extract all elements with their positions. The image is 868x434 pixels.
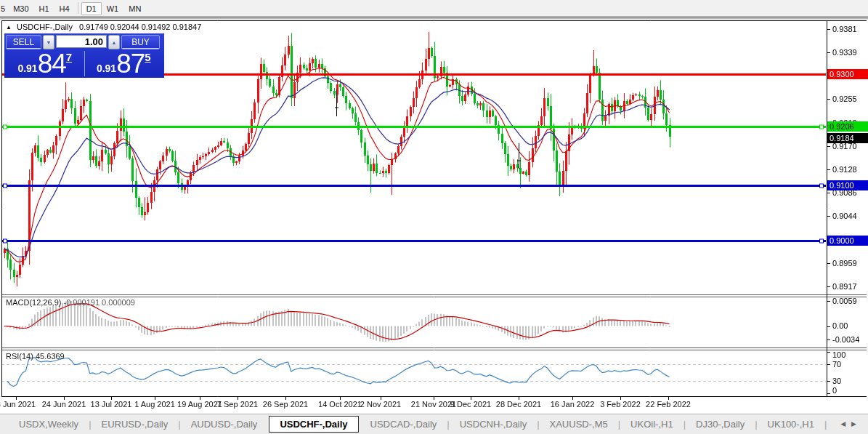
macd-axis-label: 0.00 xyxy=(832,321,848,330)
chart-tab-usdcnh-daily[interactable]: USDCNH-,Daily xyxy=(451,416,535,433)
chevron-down-icon: ▼ xyxy=(46,40,52,45)
current-bid-price-label: 0.9184 xyxy=(827,133,868,143)
chart-tab-usdchf-daily[interactable]: USDCHF-,Daily xyxy=(269,416,358,433)
tab-separator: | xyxy=(617,419,622,430)
rsi-value: 45.6369 xyxy=(36,352,65,361)
timeframe-button-h4[interactable]: H4 xyxy=(54,2,75,15)
timeframe-button-w1[interactable]: W1 xyxy=(102,2,124,15)
tab-separator: | xyxy=(535,419,540,430)
macd-axis-label: -0.0034 xyxy=(832,335,859,344)
tab-separator: | xyxy=(177,419,182,430)
buy-button[interactable]: BUY xyxy=(121,35,160,49)
price-tick-label: 0.9339 xyxy=(832,48,857,57)
tab-scroll-left-icon: ◀ xyxy=(840,420,851,427)
rsi-axis-label: 100 xyxy=(832,350,845,359)
tab-separator: | xyxy=(753,419,758,430)
buy-price-pip-digit: 5 xyxy=(145,51,150,78)
date-tick-label: 24 Jun 2021 xyxy=(42,400,86,409)
chart-tab-xauusd-m5[interactable]: XAUUSD-,M5 xyxy=(541,416,617,433)
date-tick-label: 21 Nov 2021 xyxy=(411,400,456,409)
chart-tab-ukoil-h1[interactable]: UKOil-,H1 xyxy=(622,416,682,433)
timeframe-button-d1[interactable]: D1 xyxy=(81,2,102,15)
price-tick-label: 0.9128 xyxy=(832,165,857,174)
date-tick-label: 7 Sep 2021 xyxy=(217,400,258,409)
date-tick-label: 9 Dec 2021 xyxy=(450,400,491,409)
rsi-axis-label: 30 xyxy=(832,377,841,385)
volume-input[interactable] xyxy=(56,35,107,48)
tab-scroll-arrows[interactable]: ◀▶ xyxy=(840,420,862,427)
chevron-up-icon: ▲ xyxy=(112,40,117,45)
timeframe-button-mn[interactable]: MN xyxy=(123,2,146,15)
buy-price-prefix: 0.91 xyxy=(97,63,116,74)
price-tick-label: 0.9044 xyxy=(832,212,857,220)
chart-tab-usdx-weekly[interactable]: USDX,Weekly xyxy=(10,416,87,433)
rsi-axis-label: 70 xyxy=(832,360,841,369)
buy-price-display[interactable]: 0.91875 xyxy=(85,49,163,78)
date-tick-label: 22 Feb 2022 xyxy=(646,400,691,409)
window-border xyxy=(0,16,868,20)
chart-title: ▲ USDCHF-,Daily 0.91749 0.92044 0.91492 … xyxy=(6,23,201,31)
chart-tab-dj30-daily[interactable]: DJ30-,Daily xyxy=(687,416,753,433)
tab-separator: | xyxy=(823,419,828,430)
date-tick-label: 3 Feb 2022 xyxy=(600,400,641,409)
sell-price-prefix: 0.91 xyxy=(17,63,37,74)
hline-price-label: 0.9000 xyxy=(827,236,868,246)
volume-increase-button[interactable]: ▲ xyxy=(108,35,120,49)
tab-separator: | xyxy=(445,419,450,430)
hline-price-label: 0.9300 xyxy=(827,69,868,79)
date-tick-label: 16 Jan 2022 xyxy=(551,400,595,409)
rsi-indicator-label: RSI(14) 45.6369 xyxy=(6,352,65,361)
toolbar-separator xyxy=(78,2,78,14)
price-tick-label: 0.9381 xyxy=(832,25,857,33)
collapse-triangle-icon[interactable]: ▲ xyxy=(6,24,12,31)
date-tick-label: 6 Jun 2021 xyxy=(0,400,36,409)
chart-tab-usdcad-daily[interactable]: USDCAD-,Daily xyxy=(362,416,446,433)
timeframe-button-h1[interactable]: H1 xyxy=(34,2,54,15)
date-tick-label: 13 Jul 2021 xyxy=(91,400,132,409)
volume-decrease-button[interactable]: ▼ xyxy=(43,35,54,49)
chart-tab-audusd-daily[interactable]: AUDUSD-,Daily xyxy=(182,416,267,433)
price-tick-label: 0.9170 xyxy=(832,142,857,150)
price-tick-label: 0.8917 xyxy=(832,282,857,291)
hline-price-label: 0.9206 xyxy=(827,121,868,132)
chart-window: ▲ USDCHF-,Daily 0.91749 0.92044 0.91492 … xyxy=(0,0,868,434)
tab-scroll-right-icon: ▶ xyxy=(851,420,862,427)
timeframe-toolbar: 5M30H1H4D1W1MN xyxy=(0,0,868,16)
price-tick-label: 0.8959 xyxy=(832,259,857,268)
sell-price-big-digits: 84 xyxy=(38,50,66,78)
chart-tab-bar: USDX,Weekly|EURUSD-,Daily|AUDUSD-,Daily … xyxy=(0,414,868,434)
tab-separator: | xyxy=(87,419,92,430)
sell-price-pip-digit: 7 xyxy=(66,51,72,78)
buy-price-big-digits: 87 xyxy=(116,50,145,78)
timeframe-button-m30[interactable]: M30 xyxy=(8,2,33,15)
macd-signal-value: 0.000009 xyxy=(102,298,135,307)
chart-symbol-period: USDCHF-,Daily xyxy=(17,23,73,31)
tab-separator: | xyxy=(682,419,687,430)
date-tick-label: 14 Oct 2021 xyxy=(318,400,362,409)
hline-price-label: 0.9100 xyxy=(827,180,868,190)
date-tick-label: 2 Nov 2021 xyxy=(360,400,401,409)
date-tick-label: 26 Sep 2021 xyxy=(263,400,308,409)
chart-tab-eurusd-daily[interactable]: EURUSD-,Daily xyxy=(93,416,177,433)
chart-ohlc-values: 0.91749 0.92044 0.91492 0.91847 xyxy=(79,23,201,31)
timeframe-button-5[interactable]: 5 xyxy=(0,2,8,15)
sell-price-display[interactable]: 0.91847 xyxy=(6,49,84,78)
chart-tab-uk100-h1[interactable]: UK100-,H1 xyxy=(759,416,823,433)
price-tick-label: 0.9255 xyxy=(832,95,857,103)
rsi-axis-label: 0 xyxy=(832,386,837,395)
date-tick-label: 28 Dec 2021 xyxy=(496,400,541,409)
one-click-trading-panel: SELL ▼ ▲ BUY 0.91847 0.91875 xyxy=(4,33,164,78)
macd-main-value: -0.000191 xyxy=(63,298,100,307)
macd-indicator-label: MACD(12,26,9) -0.000191 0.000009 xyxy=(6,298,135,307)
macd-axis-label: 0.0059 xyxy=(832,297,857,305)
sell-button[interactable]: SELL xyxy=(6,35,41,49)
date-tick-label: 1 Aug 2021 xyxy=(134,400,175,409)
date-tick-label: 19 Aug 2021 xyxy=(177,400,222,409)
